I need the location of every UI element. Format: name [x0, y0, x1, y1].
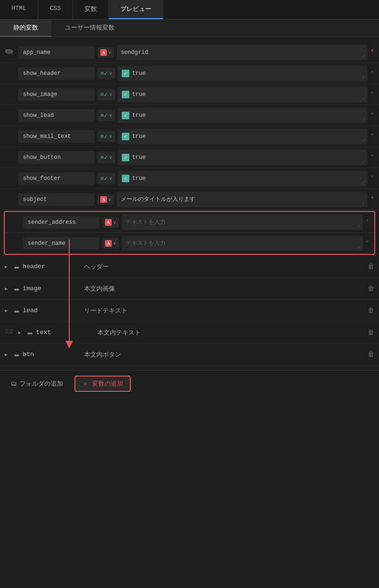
- tab-variables[interactable]: 変数: [73, 0, 109, 19]
- variable-list: app_name A ∨ sendgrid ⤢ * show_header ≡✓…: [0, 37, 379, 370]
- expand-icon: ▶: [5, 264, 11, 270]
- var-row-sender-address: sender_address A ∨ テキストを入力 ⤢ *: [5, 212, 374, 233]
- tab-user-vars[interactable]: ユーザー情報変数: [52, 20, 128, 37]
- var-value-sender-name[interactable]: テキストを入力 ⤢: [122, 236, 363, 251]
- type-selector-subject[interactable]: A ∨: [97, 194, 114, 205]
- chevron-down-icon: ∨: [109, 113, 112, 118]
- checkbox-icon[interactable]: ✓: [122, 154, 129, 161]
- edit-corner-icon: ⤢: [357, 245, 361, 250]
- type-selector-show-image[interactable]: ≡✓ ∨: [97, 89, 115, 100]
- var-name-sender-address: sender_address: [23, 216, 99, 229]
- var-value-show-button[interactable]: ✓ true ⤢: [118, 150, 368, 165]
- var-row-show-header: show_header ≡✓ ∨ ✓ true ⤢ *: [0, 63, 379, 84]
- type-bool-icon: ≡✓: [100, 70, 108, 77]
- type-selector-sender-name[interactable]: A ∨: [102, 238, 119, 249]
- checkbox-icon[interactable]: ✓: [122, 175, 129, 182]
- add-folder-button[interactable]: 🗂 フォルダの追加: [7, 378, 67, 390]
- expand-icon: ▶: [5, 286, 11, 292]
- edit-corner-icon: ⤢: [362, 96, 366, 101]
- tab-static-vars[interactable]: 静的変数: [0, 20, 52, 37]
- optional-indicator: *: [370, 175, 374, 182]
- var-name-subject: subject: [18, 193, 95, 206]
- var-name-show-header: show_header: [18, 67, 95, 80]
- type-bool-icon: ≡✓: [100, 112, 108, 119]
- var-value-show-mail-text[interactable]: ✓ true ⤢: [118, 129, 368, 144]
- type-selector-show-footer[interactable]: ≡✓ ∨: [97, 173, 115, 184]
- tab-css[interactable]: CSS: [38, 0, 73, 19]
- delete-button-btn[interactable]: 🗑: [368, 351, 374, 358]
- type-selector-show-lead[interactable]: ≡✓ ∨: [97, 110, 115, 121]
- chevron-down-icon: ∨: [109, 176, 112, 181]
- folder-label-lead: リードテキスト: [84, 306, 364, 315]
- var-value-show-footer[interactable]: ✓ true ⤢: [118, 171, 368, 186]
- optional-indicator: *: [370, 91, 374, 98]
- var-name-sender-name: sender_name: [23, 237, 99, 250]
- folder-name-btn: btn: [23, 351, 80, 358]
- expand-icon: ▶: [18, 330, 24, 336]
- checkbox-icon[interactable]: ✓: [122, 91, 129, 98]
- folder-row-header[interactable]: ▶ ▬ header ヘッダー 🗑: [0, 256, 379, 278]
- type-selector-show-header[interactable]: ≡✓ ∨: [97, 68, 115, 79]
- folder-label-text: 本文内テキスト: [97, 328, 364, 337]
- var-value-show-header[interactable]: ✓ true ⤢: [118, 66, 368, 81]
- chevron-down-icon: ∨: [109, 71, 112, 76]
- optional-indicator: *: [366, 240, 369, 247]
- folder-row-image[interactable]: ▶ ▬ image 本文内画像 🗑: [0, 278, 379, 300]
- var-value-subject[interactable]: メールのタイトルが入ります ⤢: [117, 192, 368, 207]
- type-selector-show-button[interactable]: ≡✓ ∨: [97, 152, 115, 163]
- add-variable-button[interactable]: ＋ 変数の追加: [74, 376, 131, 392]
- var-value-show-image[interactable]: ✓ true ⤢: [118, 87, 368, 102]
- visibility-toggle-icon[interactable]: [5, 49, 15, 56]
- type-text-icon: A: [105, 219, 112, 226]
- folder-name-lead: lead: [23, 307, 80, 314]
- tab-preview[interactable]: プレビュー: [109, 0, 163, 19]
- folder-icon: ▬: [14, 350, 19, 359]
- chevron-down-icon: ∨: [108, 197, 111, 202]
- var-value-show-lead[interactable]: ✓ true ⤢: [118, 108, 368, 123]
- optional-indicator: *: [370, 154, 374, 161]
- type-bool-icon: ≡✓: [100, 154, 108, 161]
- var-name-show-lead: show_lead: [18, 109, 95, 122]
- edit-corner-icon: ⤢: [362, 180, 366, 185]
- top-tab-bar: HTML CSS 変数 プレビュー: [0, 0, 379, 20]
- delete-button-header[interactable]: 🗑: [368, 263, 374, 271]
- optional-indicator: *: [370, 133, 374, 140]
- var-row-show-image: show_image ≡✓ ∨ ✓ true ⤢ *: [0, 84, 379, 105]
- folder-name-header: header: [23, 263, 80, 270]
- drag-handle-icon[interactable]: ⠿⠿: [5, 329, 13, 336]
- var-row-show-mail-text: show_mail_text ≡✓ ∨ ✓ true ⤢ *: [0, 126, 379, 147]
- var-value-sender-address[interactable]: テキストを入力 ⤢: [122, 215, 363, 230]
- type-selector-show-mail-text[interactable]: ≡✓ ∨: [97, 131, 115, 142]
- checkbox-icon[interactable]: ✓: [122, 112, 129, 119]
- edit-corner-icon: ⤢: [362, 159, 366, 164]
- folder-icon: ▬: [28, 328, 32, 337]
- folder-icon: ▬: [14, 306, 19, 315]
- var-value-app-name[interactable]: sendgrid ⤢: [117, 45, 368, 60]
- edit-corner-icon: ⤢: [362, 138, 366, 143]
- folder-row-lead[interactable]: ▶ ▬ lead リードテキスト 🗑: [0, 300, 379, 322]
- type-selector-app-name[interactable]: A ∨: [97, 47, 114, 58]
- chevron-down-icon: ∨: [113, 241, 116, 246]
- folder-row-text[interactable]: ⠿⠿ ▶ ▬ text 本文内テキスト 🗑: [0, 322, 379, 344]
- edit-corner-icon: ⤢: [357, 224, 361, 229]
- optional-indicator: *: [366, 219, 369, 226]
- type-selector-sender-address[interactable]: A ∨: [102, 217, 119, 228]
- var-row-subject: subject A ∨ メールのタイトルが入ります ⤢ *: [0, 189, 379, 210]
- highlight-box: sender_address A ∨ テキストを入力 ⤢ * sender_na…: [4, 211, 375, 255]
- folder-row-btn[interactable]: ▶ ▬ btn 本文内ボタン 🗑: [0, 344, 379, 366]
- delete-button-image[interactable]: 🗑: [368, 285, 374, 293]
- var-name-show-mail-text: show_mail_text: [18, 130, 95, 143]
- folder-icon: ▬: [14, 262, 19, 271]
- edit-corner-icon: ⤢: [362, 54, 366, 59]
- folder-label-btn: 本文内ボタン: [84, 350, 364, 359]
- delete-button-lead[interactable]: 🗑: [368, 307, 374, 315]
- checkbox-icon[interactable]: ✓: [122, 70, 129, 77]
- chevron-down-icon: ∨: [113, 220, 116, 225]
- var-row-show-footer: show_footer ≡✓ ∨ ✓ true ⤢ *: [0, 168, 379, 189]
- var-row-sender-name: sender_name A ∨ テキストを入力 ⤢ *: [5, 233, 374, 254]
- delete-button-text[interactable]: 🗑: [368, 329, 374, 336]
- type-text-icon: A: [100, 49, 107, 56]
- add-folder-label: フォルダの追加: [20, 379, 63, 388]
- checkbox-icon[interactable]: ✓: [122, 133, 129, 140]
- tab-html[interactable]: HTML: [0, 0, 38, 19]
